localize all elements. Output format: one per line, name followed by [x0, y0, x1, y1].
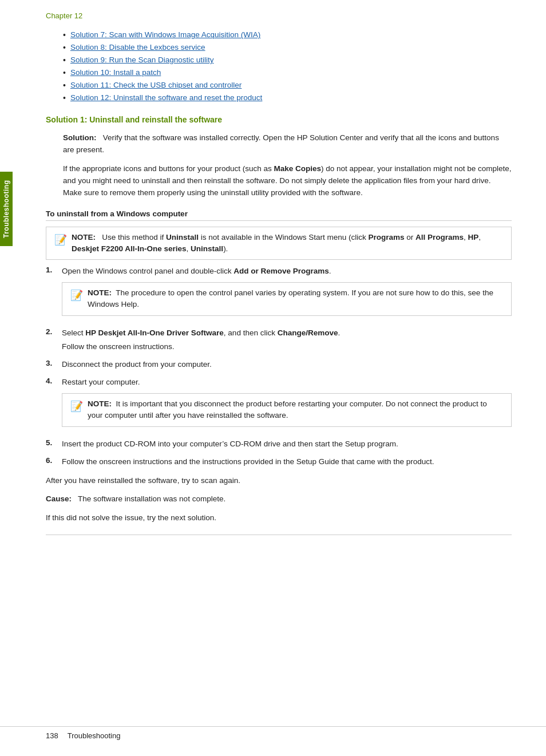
- note-icon-1: 📝: [54, 232, 67, 248]
- step-4-note: 📝 NOTE: It is important that you disconn…: [62, 393, 512, 427]
- step-3: 3. Disconnect the product from your comp…: [46, 359, 512, 371]
- step-6: 6. Follow the onscreen instructions and …: [46, 456, 512, 468]
- bottom-rule: [46, 535, 512, 535]
- step-4: 4. Restart your computer. 📝 NOTE: It is …: [46, 377, 512, 432]
- step-4-content: Restart your computer. 📝 NOTE: It is imp…: [62, 377, 512, 432]
- section-title: Solution 1: Uninstall and reinstall the …: [46, 115, 512, 124]
- after-reinstall: After you have reinstalled the software,…: [46, 475, 512, 525]
- footer: 138 Troubleshooting: [0, 726, 546, 740]
- step-1: 1. Open the Windows control panel and do…: [46, 266, 512, 321]
- link-list: Solution 7: Scan with Windows Image Acqu…: [63, 30, 512, 102]
- step-5-num: 5.: [46, 438, 57, 447]
- list-item: Solution 9: Run the Scan Diagnostic util…: [63, 56, 512, 65]
- solution-label: Solution:: [63, 133, 96, 142]
- side-tab-label: Troubleshooting: [2, 180, 10, 238]
- link-solution7[interactable]: Solution 7: Scan with Windows Image Acqu…: [70, 30, 260, 39]
- step-6-content: Follow the onscreen instructions and the…: [62, 456, 512, 468]
- note-box-1: 📝 NOTE: Use this method if Uninstall is …: [46, 227, 512, 260]
- list-item: Solution 12: Uninstall the software and …: [63, 93, 512, 102]
- page: Troubleshooting Chapter 12 Solution 7: S…: [0, 0, 546, 756]
- note1-content: NOTE: Use this method if Uninstall is no…: [72, 232, 503, 255]
- solution-text: Verify that the software was installed c…: [63, 133, 499, 154]
- step-4-num: 4.: [46, 377, 57, 385]
- side-tab: Troubleshooting: [0, 172, 13, 246]
- step-5-content: Insert the product CD-ROM into your comp…: [62, 438, 512, 450]
- step-2: 2. Select HP Deskjet All-In-One Driver S…: [46, 327, 512, 354]
- subsection-title: To uninstall from a Windows computer: [46, 209, 512, 221]
- paragraph1: If the appropriate icons and buttons for…: [63, 163, 512, 199]
- step-1-content: Open the Windows control panel and doubl…: [62, 266, 512, 321]
- link-solution12[interactable]: Solution 12: Uninstall the software and …: [70, 93, 262, 102]
- list-item: Solution 7: Scan with Windows Image Acqu…: [63, 30, 512, 39]
- step-6-num: 6.: [46, 456, 57, 465]
- link-solution10[interactable]: Solution 10: Install a patch: [70, 68, 161, 77]
- chapter-label: Chapter 12: [46, 11, 512, 20]
- list-item: Solution 10: Install a patch: [63, 68, 512, 77]
- note-icon-step4: 📝: [70, 399, 83, 414]
- list-item: Solution 11: Check the USB chipset and c…: [63, 81, 512, 90]
- solution-paragraph: Solution: Verify that the software was i…: [63, 132, 512, 156]
- step-3-content: Disconnect the product from your compute…: [62, 359, 512, 371]
- step-5: 5. Insert the product CD-ROM into your c…: [46, 438, 512, 450]
- link-solution11[interactable]: Solution 11: Check the USB chipset and c…: [70, 81, 242, 89]
- step-1-note: 📝 NOTE: The procedure to open the contro…: [62, 282, 512, 316]
- footer-page-number: 138: [46, 731, 58, 740]
- steps-list: 1. Open the Windows control panel and do…: [46, 266, 512, 468]
- note-icon-step1: 📝: [70, 288, 83, 303]
- step-2-num: 2.: [46, 327, 57, 336]
- step-1-num: 1.: [46, 266, 57, 274]
- step-3-num: 3.: [46, 359, 57, 367]
- footer-section-label: Troubleshooting: [68, 731, 121, 740]
- content-block: Solution: Verify that the software was i…: [63, 132, 512, 199]
- link-solution8[interactable]: Solution 8: Disable the Lexbces service: [70, 43, 205, 52]
- list-item: Solution 8: Disable the Lexbces service: [63, 43, 512, 52]
- step-2-content: Select HP Deskjet All-In-One Driver Soft…: [62, 327, 512, 354]
- link-solution9[interactable]: Solution 9: Run the Scan Diagnostic util…: [70, 56, 214, 64]
